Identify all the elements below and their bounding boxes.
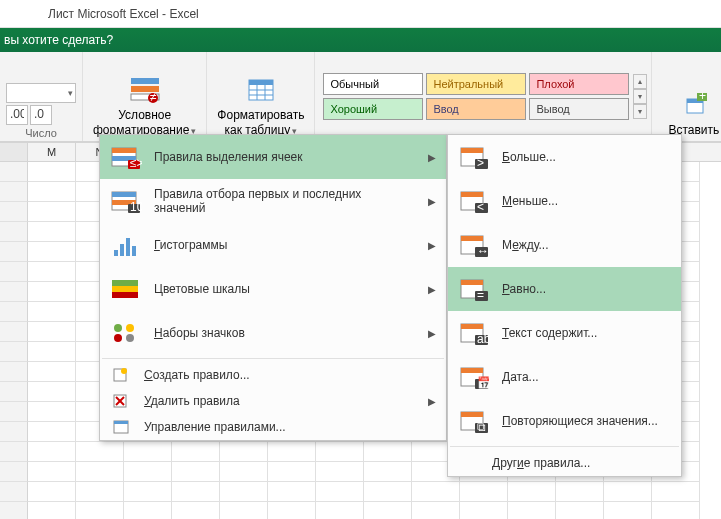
- row-header[interactable]: [0, 262, 28, 282]
- cell[interactable]: [28, 342, 76, 362]
- submenu-item[interactable]: <Меньше...: [448, 179, 681, 223]
- cell[interactable]: [76, 502, 124, 519]
- cell[interactable]: [652, 482, 700, 502]
- cell[interactable]: [364, 442, 412, 462]
- style-good[interactable]: Хороший: [323, 98, 423, 120]
- cell[interactable]: [28, 422, 76, 442]
- cell[interactable]: [220, 462, 268, 482]
- row-header[interactable]: [0, 242, 28, 262]
- submenu-item[interactable]: abТекст содержит...: [448, 311, 681, 355]
- cell[interactable]: [28, 502, 76, 519]
- row-header[interactable]: [0, 182, 28, 202]
- cell[interactable]: [76, 442, 124, 462]
- menu-item[interactable]: Создать правило...: [100, 362, 446, 388]
- cell[interactable]: [316, 502, 364, 519]
- tell-me-bar[interactable]: вы хотите сделать?: [0, 28, 721, 52]
- menu-item[interactable]: 10Правила отбора первых и последних знач…: [100, 179, 446, 223]
- cell[interactable]: [460, 502, 508, 519]
- cell[interactable]: [412, 502, 460, 519]
- style-output[interactable]: Вывод: [529, 98, 629, 120]
- cell[interactable]: [268, 442, 316, 462]
- number-format-dropdown[interactable]: ▾: [6, 83, 76, 103]
- cell[interactable]: [76, 482, 124, 502]
- row-header[interactable]: [0, 282, 28, 302]
- cell[interactable]: [28, 362, 76, 382]
- styles-more-button[interactable]: ▾: [633, 104, 647, 119]
- cell[interactable]: [652, 502, 700, 519]
- row-header[interactable]: [0, 302, 28, 322]
- menu-item[interactable]: Цветовые шкалы▶: [100, 267, 446, 311]
- cell[interactable]: [268, 462, 316, 482]
- cell[interactable]: [172, 482, 220, 502]
- cell[interactable]: [220, 502, 268, 519]
- style-neutral[interactable]: Нейтральный: [426, 73, 526, 95]
- cell[interactable]: [412, 482, 460, 502]
- column-header[interactable]: M: [28, 143, 76, 161]
- cell[interactable]: [124, 482, 172, 502]
- row-header[interactable]: [0, 482, 28, 502]
- cell[interactable]: [124, 442, 172, 462]
- cell[interactable]: [28, 442, 76, 462]
- row-header[interactable]: [0, 202, 28, 222]
- cell[interactable]: [364, 502, 412, 519]
- cell[interactable]: [316, 462, 364, 482]
- cell[interactable]: [316, 482, 364, 502]
- row-header[interactable]: [0, 222, 28, 242]
- styles-up-button[interactable]: ▴: [633, 74, 647, 89]
- row-header[interactable]: [0, 382, 28, 402]
- select-all-corner[interactable]: [0, 143, 28, 161]
- conditional-formatting-button[interactable]: ≠ Условноеформатирование: [89, 72, 200, 139]
- row-header[interactable]: [0, 442, 28, 462]
- styles-down-button[interactable]: ▾: [633, 89, 647, 104]
- cell[interactable]: [28, 282, 76, 302]
- cell[interactable]: [364, 462, 412, 482]
- cell[interactable]: [556, 502, 604, 519]
- submenu-item[interactable]: ↔Между...: [448, 223, 681, 267]
- cell[interactable]: [364, 482, 412, 502]
- row-header[interactable]: [0, 162, 28, 182]
- cell[interactable]: [508, 502, 556, 519]
- cell[interactable]: [268, 482, 316, 502]
- cell[interactable]: [172, 502, 220, 519]
- cell[interactable]: [220, 482, 268, 502]
- submenu-item[interactable]: Другие правила...: [448, 450, 681, 476]
- style-normal[interactable]: Обычный: [323, 73, 423, 95]
- format-as-table-button[interactable]: Форматироватькак таблицу: [213, 72, 308, 139]
- cell[interactable]: [28, 302, 76, 322]
- cell[interactable]: [76, 462, 124, 482]
- increase-decimal-button[interactable]: .0: [30, 105, 52, 125]
- cell[interactable]: [28, 462, 76, 482]
- cell[interactable]: [460, 482, 508, 502]
- cell[interactable]: [28, 242, 76, 262]
- cell[interactable]: [28, 482, 76, 502]
- submenu-item[interactable]: 📅Дата...: [448, 355, 681, 399]
- row-header[interactable]: [0, 422, 28, 442]
- style-input[interactable]: Ввод: [426, 98, 526, 120]
- cell[interactable]: [604, 502, 652, 519]
- cell[interactable]: [28, 202, 76, 222]
- row-header[interactable]: [0, 362, 28, 382]
- cell[interactable]: [220, 442, 268, 462]
- cell[interactable]: [556, 482, 604, 502]
- row-header[interactable]: [0, 322, 28, 342]
- menu-item[interactable]: Наборы значков▶: [100, 311, 446, 355]
- menu-item[interactable]: Удалить правила▶: [100, 388, 446, 414]
- style-bad[interactable]: Плохой: [529, 73, 629, 95]
- cell[interactable]: [28, 222, 76, 242]
- row-header[interactable]: [0, 342, 28, 362]
- row-header[interactable]: [0, 462, 28, 482]
- cell[interactable]: [172, 462, 220, 482]
- cell[interactable]: [28, 262, 76, 282]
- cell[interactable]: [28, 402, 76, 422]
- cell[interactable]: [28, 382, 76, 402]
- submenu-item[interactable]: =Равно...: [448, 267, 681, 311]
- submenu-item[interactable]: ⧉Повторяющиеся значения...: [448, 399, 681, 443]
- decrease-decimal-button[interactable]: .00: [6, 105, 28, 125]
- cell[interactable]: [28, 162, 76, 182]
- cell[interactable]: [508, 482, 556, 502]
- menu-item[interactable]: ≤>Правила выделения ячеек▶: [100, 135, 446, 179]
- menu-item[interactable]: Управление правилами...: [100, 414, 446, 440]
- row-header[interactable]: [0, 502, 28, 519]
- cell[interactable]: [172, 442, 220, 462]
- cell[interactable]: [124, 502, 172, 519]
